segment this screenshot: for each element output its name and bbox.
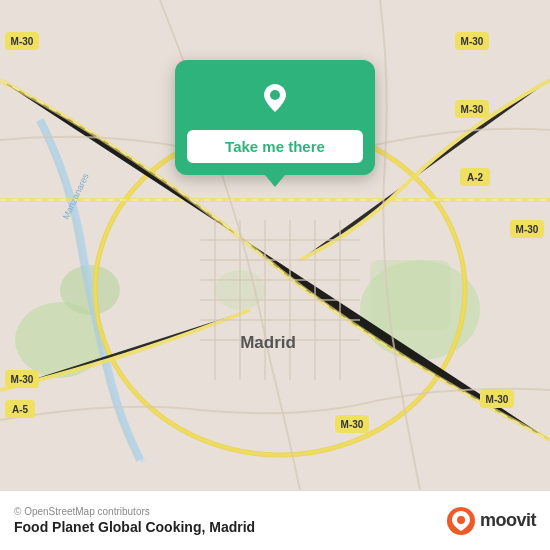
bottom-left: © OpenStreetMap contributors Food Planet…: [14, 506, 255, 535]
popup-card: Take me there: [175, 60, 375, 175]
moovit-logo[interactable]: moovit: [447, 507, 536, 535]
place-name: Food Planet Global Cooking, Madrid: [14, 519, 255, 535]
svg-point-43: [270, 90, 280, 100]
svg-text:M-30: M-30: [461, 36, 484, 47]
svg-text:M-30: M-30: [11, 374, 34, 385]
svg-point-45: [457, 516, 465, 524]
copyright-text: © OpenStreetMap contributors: [14, 506, 255, 517]
take-me-there-button[interactable]: Take me there: [187, 130, 363, 163]
svg-text:Madrid: Madrid: [240, 333, 296, 352]
bottom-bar: © OpenStreetMap contributors Food Planet…: [0, 490, 550, 550]
svg-text:M-30: M-30: [461, 104, 484, 115]
location-pin-icon: [253, 76, 297, 120]
svg-text:M-30: M-30: [516, 224, 539, 235]
map-container[interactable]: M-30 M-30 M-30 M-30 M-30 M-30 M-30 A-2 A…: [0, 0, 550, 490]
svg-rect-4: [370, 260, 450, 330]
svg-text:A-2: A-2: [467, 172, 484, 183]
svg-text:M-30: M-30: [486, 394, 509, 405]
svg-text:M-30: M-30: [11, 36, 34, 47]
moovit-text: moovit: [480, 510, 536, 531]
svg-text:A-5: A-5: [12, 404, 29, 415]
svg-text:M-30: M-30: [341, 419, 364, 430]
moovit-pin-icon: [447, 507, 475, 535]
